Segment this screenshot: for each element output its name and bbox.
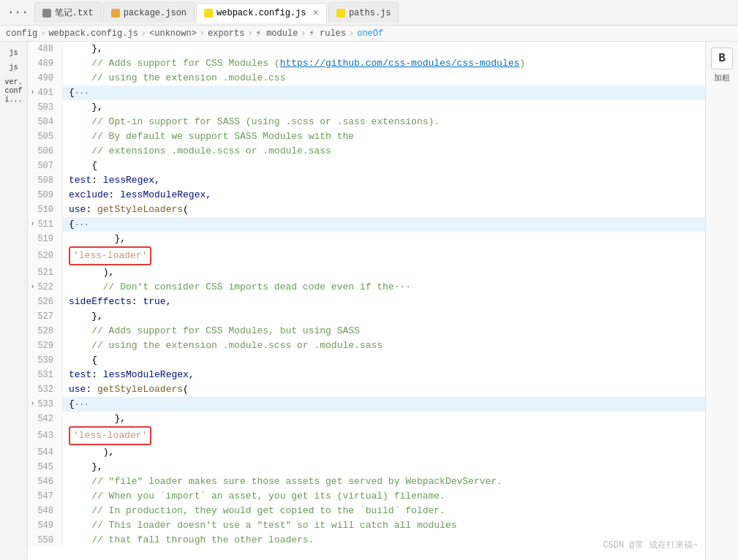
- line-number: ›491: [28, 86, 63, 100]
- code-row[interactable]: 546 // "file" loader makes sure those as…: [28, 474, 705, 489]
- code-row[interactable]: 531 test: lessModuleRegex,: [28, 368, 705, 382]
- sep-5: ›: [301, 29, 306, 39]
- sep-4: ›: [247, 29, 252, 39]
- code-row[interactable]: 547 // When you `import` an asset, you g…: [28, 489, 705, 504]
- code-row[interactable]: 510 use: getStyleLoaders(: [28, 203, 705, 217]
- crumb-config[interactable]: config: [6, 29, 37, 39]
- line-content: ),: [63, 265, 705, 280]
- line-content: },: [63, 42, 705, 56]
- line-number: 546: [28, 474, 63, 489]
- line-content: use: getStyleLoaders(: [63, 382, 705, 397]
- code-row[interactable]: 521 ),: [28, 265, 705, 280]
- code-row[interactable]: 527 },: [28, 309, 705, 324]
- tab-webpack-close[interactable]: ×: [312, 8, 318, 18]
- code-lines-container: 488 },489 // Adds support for CSS Module…: [28, 42, 705, 548]
- line-content: test: lessRegex,: [63, 173, 705, 188]
- code-row[interactable]: ›522 // Don't consider CSS imports dead …: [28, 280, 705, 295]
- code-row[interactable]: 507 {: [28, 159, 705, 173]
- code-row[interactable]: 549 // This loader doesn't use a "test" …: [28, 518, 705, 533]
- crumb-oneof[interactable]: oneOf: [357, 29, 383, 39]
- crumb-unknown[interactable]: <unknown>: [149, 29, 197, 39]
- sidebar-item-js2[interactable]: js: [6, 62, 20, 74]
- line-number: 490: [28, 71, 63, 86]
- right-panel: B 加粗: [705, 42, 738, 560]
- line-number: 521: [28, 265, 63, 280]
- line-number: 527: [28, 309, 63, 324]
- line-content: {···: [63, 397, 705, 412]
- line-number: 520: [28, 246, 63, 265]
- code-row[interactable]: 504 // Opt-in support for SASS (using .s…: [28, 115, 705, 129]
- code-row[interactable]: 528 // Adds support for CSS Modules, but…: [28, 324, 705, 338]
- less-loader-string-2: 'less-loader': [69, 426, 151, 445]
- crumb-webpack[interactable]: webpack.config.js: [48, 29, 138, 39]
- crumb-module[interactable]: ⚡ module: [256, 28, 298, 39]
- line-content: // This loader doesn't use a "test" so i…: [63, 518, 705, 533]
- code-row[interactable]: 488 },: [28, 42, 705, 56]
- code-row[interactable]: 530 {: [28, 353, 705, 368]
- line-content: 'less-loader': [63, 426, 705, 445]
- code-row[interactable]: 545 },: [28, 460, 705, 474]
- line-number: ›533: [28, 397, 63, 412]
- line-number: 542: [28, 412, 63, 426]
- tab-paths[interactable]: paths.js: [328, 2, 399, 23]
- code-editor[interactable]: 488 },489 // Adds support for CSS Module…: [28, 42, 705, 560]
- code-row[interactable]: 506 // extensions .module.scss or .modul…: [28, 144, 705, 159]
- code-row[interactable]: ›491 {···: [28, 86, 705, 100]
- line-content: },: [63, 460, 705, 474]
- code-row[interactable]: ›533 {···: [28, 397, 705, 412]
- line-content: // In production, they would get copied …: [63, 504, 705, 518]
- line-content: },: [63, 232, 705, 246]
- crumb-exports[interactable]: exports: [208, 29, 244, 39]
- code-row[interactable]: 503 },: [28, 100, 705, 115]
- line-number: 543: [28, 426, 63, 445]
- line-number: 550: [28, 533, 63, 548]
- code-row[interactable]: 519 },: [28, 232, 705, 246]
- tab-overflow[interactable]: ···: [3, 7, 33, 18]
- line-content: 'less-loader': [63, 246, 705, 265]
- code-row[interactable]: 543 'less-loader': [28, 426, 705, 445]
- sep-6: ›: [349, 29, 354, 39]
- tab-webpack-label: webpack.config.js: [216, 8, 306, 18]
- tab-dots-icon: ···: [7, 7, 29, 18]
- line-number: 532: [28, 382, 63, 397]
- collapse-arrow[interactable]: ›: [30, 217, 34, 232]
- line-number: 544: [28, 445, 63, 460]
- collapse-arrow[interactable]: ›: [30, 280, 34, 295]
- tab-package[interactable]: package.json: [103, 2, 195, 23]
- tab-notes-label: 笔记.txt: [55, 7, 94, 19]
- code-row[interactable]: 520 'less-loader': [28, 246, 705, 265]
- line-number: 529: [28, 338, 63, 353]
- code-row[interactable]: 542 },: [28, 412, 705, 426]
- code-row[interactable]: 526 sideEffects: true,: [28, 295, 705, 309]
- line-content: {···: [63, 217, 705, 232]
- crumb-rules[interactable]: ⚡ rules: [309, 28, 346, 39]
- line-content: // Opt-in support for SASS (using .scss …: [63, 115, 705, 129]
- line-content: // extensions .module.scss or .module.sa…: [63, 144, 705, 159]
- code-row[interactable]: 509 exclude: lessModuleRegex,: [28, 188, 705, 203]
- bold-button[interactable]: B: [711, 48, 733, 69]
- sidebar-item-js1[interactable]: js: [6, 48, 20, 59]
- code-row[interactable]: 532 use: getStyleLoaders(: [28, 382, 705, 397]
- code-row[interactable]: 550 // that fall through the other loade…: [28, 533, 705, 548]
- tab-notes[interactable]: 笔记.txt: [34, 2, 102, 23]
- code-row[interactable]: ›511 {···: [28, 217, 705, 232]
- sidebar-item-verconfi[interactable]: ver.confi...: [0, 77, 27, 106]
- line-number: ›511: [28, 217, 63, 232]
- code-row[interactable]: 529 // using the extension .module.scss …: [28, 338, 705, 353]
- tab-webpack[interactable]: webpack.config.js ×: [196, 3, 327, 23]
- line-content: },: [63, 309, 705, 324]
- code-row[interactable]: 548 // In production, they would get cop…: [28, 504, 705, 518]
- code-row[interactable]: 508 test: lessRegex,: [28, 173, 705, 188]
- code-row[interactable]: 544 ),: [28, 445, 705, 460]
- line-content: // When you `import` an asset, you get i…: [63, 489, 705, 504]
- line-content: // Adds support for CSS Modules (https:/…: [63, 56, 705, 71]
- collapse-arrow[interactable]: ›: [30, 86, 34, 100]
- code-row[interactable]: 505 // By default we support SASS Module…: [28, 129, 705, 144]
- sep-3: ›: [200, 29, 205, 39]
- line-number: 545: [28, 460, 63, 474]
- code-row[interactable]: 490 // using the extension .module.css: [28, 71, 705, 86]
- collapse-arrow[interactable]: ›: [30, 397, 34, 412]
- line-number: 510: [28, 203, 63, 217]
- line-number: 488: [28, 42, 63, 56]
- code-row[interactable]: 489 // Adds support for CSS Modules (htt…: [28, 56, 705, 71]
